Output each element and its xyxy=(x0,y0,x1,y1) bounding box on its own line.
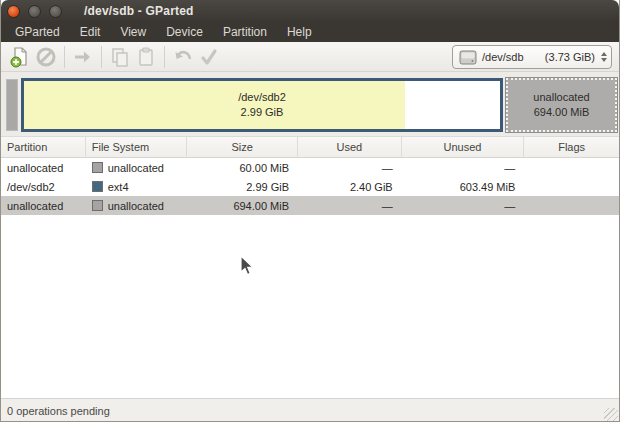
titlebar: /dev/sdb - GParted xyxy=(1,0,619,22)
cell-filesystem: ext4 xyxy=(86,177,188,196)
resize-move-icon xyxy=(72,46,94,68)
cell-filesystem: unallocated xyxy=(86,158,188,177)
menu-edit[interactable]: Edit xyxy=(70,23,111,41)
column-header-unused[interactable]: Unused xyxy=(402,137,525,157)
column-header-partition[interactable]: Partition xyxy=(1,137,86,157)
partition-graphic-panel: /dev/sdb2 2.99 GiB unallocated 694.00 Mi… xyxy=(1,72,619,137)
paste-icon xyxy=(135,46,157,68)
cell-used: — xyxy=(298,196,402,215)
mouse-cursor-icon xyxy=(239,255,255,277)
menu-partition[interactable]: Partition xyxy=(213,23,277,41)
graphic-unallocated-label: unallocated xyxy=(533,90,589,105)
statusbar: 0 operations pending xyxy=(1,398,619,422)
cell-unused: — xyxy=(402,158,525,177)
graphic-unallocated-selected[interactable]: unallocated 694.00 MiB xyxy=(506,78,617,132)
device-size: (3.73 GiB) xyxy=(545,51,595,63)
resize-grip[interactable] xyxy=(604,408,618,422)
toolbar-separator xyxy=(101,46,102,68)
column-header-filesystem[interactable]: File System xyxy=(86,137,188,157)
table-header: Partition File System Size Used Unused F… xyxy=(1,137,619,158)
hard-drive-icon xyxy=(459,50,477,65)
graphic-unallocated-small[interactable] xyxy=(6,79,18,131)
filesystem-color-swatch xyxy=(92,200,103,211)
maximize-button[interactable] xyxy=(49,5,62,18)
minimize-button[interactable] xyxy=(28,5,41,18)
filesystem-label: unallocated xyxy=(108,200,164,212)
cell-size: 694.00 MiB xyxy=(187,196,298,215)
cell-unused: — xyxy=(402,196,525,215)
cell-used: — xyxy=(298,158,402,177)
column-header-size[interactable]: Size xyxy=(187,137,298,157)
cell-size: 2.99 GiB xyxy=(187,177,298,196)
menu-gparted[interactable]: GParted xyxy=(5,23,70,41)
menu-help[interactable]: Help xyxy=(277,23,322,41)
apply-icon xyxy=(198,46,220,68)
cell-used: 2.40 GiB xyxy=(298,177,402,196)
cell-partition: /dev/sdb2 xyxy=(1,177,86,196)
window-title: /dev/sdb - GParted xyxy=(84,4,194,18)
undo-button[interactable] xyxy=(170,44,196,70)
cell-size: 60.00 MiB xyxy=(187,158,298,177)
device-selector[interactable]: /dev/sdb (3.73 GiB) xyxy=(452,45,612,69)
table-row[interactable]: unallocated unallocated 60.00 MiB — — xyxy=(1,158,619,177)
filesystem-label: unallocated xyxy=(108,162,164,174)
delete-partition-button[interactable] xyxy=(33,44,59,70)
cell-flags xyxy=(524,196,619,215)
new-partition-button[interactable] xyxy=(7,44,33,70)
copy-button[interactable] xyxy=(107,44,133,70)
column-header-used[interactable]: Used xyxy=(298,137,402,157)
delete-icon xyxy=(35,46,57,68)
cell-unused: 603.49 MiB xyxy=(402,177,525,196)
cell-flags xyxy=(524,158,619,177)
close-button[interactable] xyxy=(7,5,20,18)
column-header-flags[interactable]: Flags xyxy=(524,137,619,157)
partition-table-body: unallocated unallocated 60.00 MiB — — /d… xyxy=(1,158,619,398)
table-row-selected[interactable]: unallocated unallocated 694.00 MiB — — xyxy=(1,196,619,215)
table-row[interactable]: /dev/sdb2 ext4 2.99 GiB 2.40 GiB 603.49 … xyxy=(1,177,619,196)
resize-move-button[interactable] xyxy=(70,44,96,70)
apply-button[interactable] xyxy=(196,44,222,70)
paste-button[interactable] xyxy=(133,44,159,70)
toolbar-separator xyxy=(164,46,165,68)
new-partition-icon xyxy=(9,46,31,68)
graphic-partition-size: 2.99 GiB xyxy=(241,105,284,120)
menu-device[interactable]: Device xyxy=(156,23,213,41)
copy-icon xyxy=(109,46,131,68)
menubar: GParted Edit View Device Partition Help xyxy=(1,22,619,42)
filesystem-color-swatch xyxy=(92,181,103,192)
toolbar-separator xyxy=(64,46,65,68)
undo-icon xyxy=(172,46,194,68)
graphic-partition-sdb2[interactable]: /dev/sdb2 2.99 GiB xyxy=(21,78,503,132)
graphic-unallocated-size: 694.00 MiB xyxy=(534,105,590,120)
cell-partition: unallocated xyxy=(1,196,86,215)
graphic-partition-name: /dev/sdb2 xyxy=(238,90,286,105)
menu-view[interactable]: View xyxy=(110,23,156,41)
gparted-window: /dev/sdb - GParted GParted Edit View Dev… xyxy=(0,0,620,422)
operations-pending-status: 0 operations pending xyxy=(7,405,110,417)
cell-filesystem: unallocated xyxy=(86,196,188,215)
device-selector-spinner-icon[interactable] xyxy=(601,52,607,62)
cell-flags xyxy=(524,177,619,196)
device-name: /dev/sdb xyxy=(482,51,524,63)
filesystem-label: ext4 xyxy=(108,181,129,193)
toolbar: /dev/sdb (3.73 GiB) xyxy=(1,42,619,72)
cell-partition: unallocated xyxy=(1,158,86,177)
filesystem-color-swatch xyxy=(92,162,103,173)
